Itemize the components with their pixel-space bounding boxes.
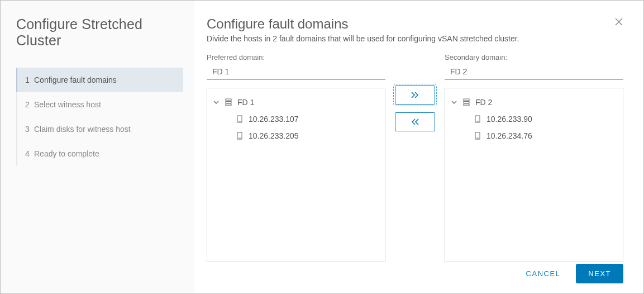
tree-root-secondary[interactable]: FD 2 — [449, 94, 619, 111]
svg-rect-1 — [226, 102, 231, 103]
fault-domain-editor: Preferred domain: FD 1 — [207, 53, 623, 262]
host-icon — [473, 132, 482, 140]
wizard-dialog: Configure Stretched Cluster 1 Configure … — [0, 0, 644, 294]
transfer-buttons — [385, 53, 445, 139]
step-ready-to-complete[interactable]: 4 Ready to complete — [17, 141, 183, 166]
tree-host-item[interactable]: 10.26.233.107 — [211, 111, 381, 127]
wizard-main: Configure fault domains Divide the hosts… — [194, 1, 643, 293]
preferred-domain-column: Preferred domain: FD 1 — [207, 53, 385, 262]
double-chevron-left-icon — [410, 118, 420, 126]
page-title: Configure fault domains — [207, 16, 623, 32]
host-icon — [235, 132, 244, 140]
close-icon[interactable] — [614, 17, 623, 26]
secondary-domain-label: Secondary domain: — [445, 53, 623, 61]
host-label: 10.26.233.205 — [249, 131, 299, 140]
host-label: 10.26.233.107 — [249, 115, 299, 124]
server-stack-icon — [224, 98, 233, 106]
move-left-button[interactable] — [395, 112, 435, 131]
svg-rect-7 — [464, 99, 469, 101]
page-subtitle: Divide the hosts in 2 fault domains that… — [207, 34, 623, 43]
step-configure-fault-domains[interactable]: 1 Configure fault domains — [17, 68, 183, 92]
next-button[interactable]: NEXT — [576, 264, 623, 283]
tree-root-label: FD 2 — [475, 98, 492, 107]
svg-rect-0 — [226, 99, 231, 101]
step-claim-disks[interactable]: 3 Claim disks for witness host — [17, 117, 183, 141]
chevron-down-icon[interactable] — [211, 99, 222, 105]
step-select-witness-host[interactable]: 2 Select witness host — [17, 92, 183, 117]
svg-rect-8 — [464, 102, 469, 103]
tree-root-preferred[interactable]: FD 1 — [211, 94, 381, 111]
host-icon — [235, 115, 244, 123]
double-chevron-right-icon — [410, 91, 420, 99]
host-label: 10.26.234.76 — [486, 131, 532, 140]
wizard-sidebar: Configure Stretched Cluster 1 Configure … — [1, 1, 194, 293]
tree-host-item[interactable]: 10.26.233.90 — [449, 111, 619, 127]
secondary-domain-tree[interactable]: FD 2 10.26.233.90 10.26.234.76 — [445, 88, 623, 262]
host-label: 10.26.233.90 — [486, 115, 532, 124]
wizard-title: Configure Stretched Cluster — [16, 16, 183, 49]
cancel-button[interactable]: CANCEL — [526, 269, 561, 278]
preferred-domain-tree[interactable]: FD 1 10.26.233.107 10.26.233.205 — [207, 88, 385, 262]
chevron-down-icon[interactable] — [449, 99, 460, 105]
host-icon — [473, 115, 482, 123]
server-stack-icon — [462, 98, 471, 106]
preferred-domain-input[interactable] — [207, 65, 385, 80]
svg-rect-2 — [226, 104, 231, 106]
secondary-domain-column: Secondary domain: FD 2 — [445, 53, 623, 262]
move-right-button[interactable] — [395, 86, 435, 105]
wizard-footer: CANCEL NEXT — [526, 264, 623, 283]
svg-rect-9 — [464, 104, 469, 106]
wizard-steps: 1 Configure fault domains 2 Select witne… — [16, 68, 183, 166]
tree-root-label: FD 1 — [237, 98, 254, 107]
tree-host-item[interactable]: 10.26.233.205 — [211, 127, 381, 144]
preferred-domain-label: Preferred domain: — [207, 53, 385, 61]
tree-host-item[interactable]: 10.26.234.76 — [449, 127, 619, 144]
secondary-domain-input[interactable] — [445, 65, 623, 80]
